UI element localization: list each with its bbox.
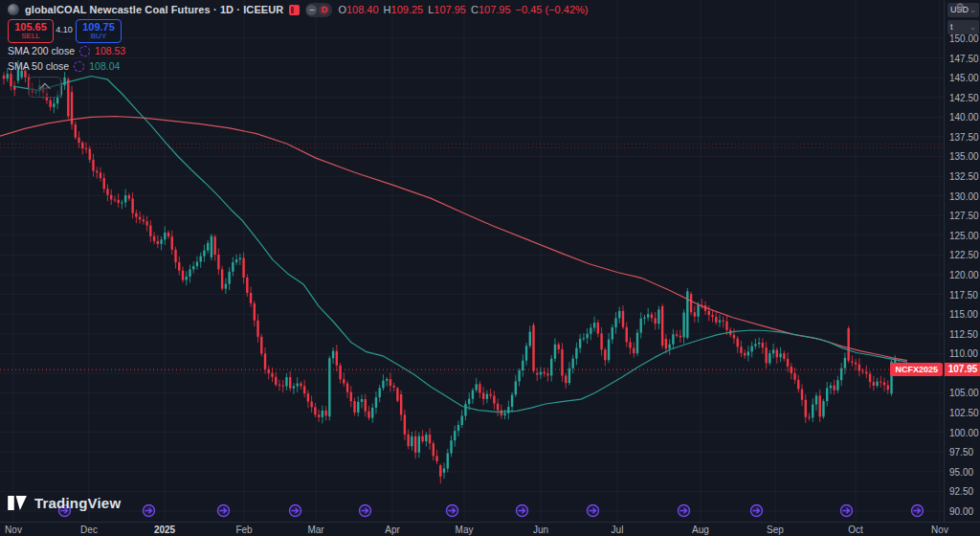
tradingview-chart-window: globalCOAL Newcastle Coal Futures · 1D ·…	[0, 0, 980, 536]
time-axis-year-label: 2025	[154, 525, 175, 535]
contract-price-flag: NCFX2025	[890, 363, 943, 376]
sell-label: SELL	[21, 33, 40, 40]
chart-legend-header: globalCOAL Newcastle Coal Futures · 1D ·…	[8, 3, 588, 16]
price-axis-label: 112.50	[949, 329, 978, 340]
price-axis-label: 100.00	[949, 428, 979, 438]
price-axis-label: 145.00	[949, 73, 979, 83]
time-axis-month-label: Mar	[307, 525, 323, 535]
price-axis-label: 150.00	[949, 34, 979, 44]
symbol-title[interactable]: globalCOAL Newcastle Coal Futures · 1D ·…	[25, 4, 283, 15]
replay-marker-icon[interactable]	[677, 503, 691, 518]
price-axis-label: 97.50	[949, 447, 973, 458]
ohlc-values: O108.40 H109.25 L107.95 C107.95 −0.45 (−…	[338, 4, 588, 15]
candlestick-series	[3, 60, 900, 483]
price-axis-label: 140.00	[949, 112, 979, 123]
time-axis[interactable]: NovDec2025FebMarAprMayJunJulAugSepOctNov	[0, 522, 980, 536]
spread-value: 4.10	[54, 25, 75, 34]
caret-down-icon: ⌄	[969, 3, 976, 17]
minus-icon: –	[306, 5, 317, 15]
symbol-logo-icon	[8, 4, 19, 15]
chevron-up-icon	[39, 83, 50, 94]
time-axis-month-label: Oct	[848, 525, 863, 535]
price-axis-label: 137.50	[949, 132, 979, 143]
price-axis-label: 110.00	[949, 348, 978, 359]
price-axis-label: 102.50	[949, 408, 979, 418]
time-axis-month-label: Feb	[235, 525, 252, 535]
buy-button[interactable]: 109.75 BUY	[76, 19, 122, 43]
close-value: 107.95	[479, 4, 511, 15]
time-axis-month-label: Dec	[80, 525, 98, 535]
low-value: 107.95	[434, 4, 466, 15]
price-axis-label: 105.00	[949, 388, 979, 398]
time-axis-month-label: May	[456, 525, 474, 535]
sell-button[interactable]: 105.65 SELL	[8, 19, 54, 43]
change-value: −0.45 (−0.42%)	[516, 4, 589, 15]
time-axis-month-label: Sep	[767, 525, 784, 535]
gear-icon[interactable]: ⚙	[955, 1, 965, 13]
price-axis-label: 120.00	[949, 270, 979, 280]
time-axis-month-label: Aug	[692, 525, 709, 535]
price-axis-label: 127.50	[949, 211, 979, 221]
buy-label: BUY	[91, 33, 106, 40]
replay-marker-icon[interactable]	[910, 503, 924, 518]
sma50-label: SMA 50 close	[8, 60, 69, 72]
loading-spinner-icon	[79, 46, 90, 56]
price-axis-label: 122.50	[949, 250, 979, 260]
price-axis-label: 130.00	[949, 191, 979, 202]
unit-toggle-button[interactable]: t ⌄	[947, 20, 979, 34]
caret-down-icon: ⌄	[969, 20, 976, 34]
replay-marker-icon[interactable]	[839, 503, 854, 518]
interval-pill[interactable]: – D	[305, 3, 332, 17]
unit-label: t	[950, 20, 953, 34]
high-label: H	[384, 4, 391, 15]
replay-marker-icon[interactable]	[288, 503, 302, 518]
time-axis-month-label: Apr	[385, 525, 400, 535]
sma-50-line[interactable]	[13, 77, 907, 413]
tradingview-logo-icon	[8, 496, 28, 510]
time-axis-month-label: Jul	[612, 525, 624, 535]
price-axis[interactable]: USD ⌄ t ⌄ 107.95 90.0092.5095.0097.50100…	[944, 0, 980, 522]
price-axis-label: 135.00	[949, 151, 979, 162]
price-axis-label: 95.00	[949, 467, 973, 478]
loading-spinner-icon	[74, 61, 84, 72]
price-axis-label: 115.00	[949, 309, 978, 320]
replay-marker-icon[interactable]	[586, 503, 600, 518]
sma200-value: 108.53	[95, 45, 125, 56]
replay-marker-icon[interactable]	[358, 503, 372, 518]
price-axis-label: 117.50	[949, 290, 978, 301]
price-axis-label: 90.00	[949, 506, 973, 517]
chart-canvas[interactable]	[0, 0, 944, 522]
replay-marker-icon[interactable]	[749, 503, 764, 518]
sma50-value: 108.04	[89, 60, 120, 72]
close-label: C	[471, 4, 479, 15]
high-value: 109.25	[391, 4, 424, 15]
replay-marker-icon[interactable]	[142, 503, 156, 518]
indicator-sma50[interactable]: SMA 50 close 108.04	[8, 60, 120, 72]
sma-200-line[interactable]	[0, 117, 907, 361]
time-axis-month-label: Nov	[931, 525, 948, 535]
replay-marker-icon[interactable]	[445, 503, 459, 518]
time-axis-month-label: Nov	[5, 525, 22, 535]
replay-marker-icon[interactable]	[216, 503, 231, 518]
price-axis-label: 142.50	[949, 93, 979, 103]
price-axis-label: 125.00	[949, 231, 979, 241]
exchange-logo-icon	[289, 5, 300, 15]
daily-interval-badge: D	[319, 5, 329, 15]
legend-collapse-button[interactable]	[29, 77, 61, 98]
brand-name: TradingView	[34, 495, 121, 511]
price-axis-label: 132.50	[949, 171, 979, 182]
price-axis-label: 92.50	[949, 486, 973, 497]
indicator-sma200[interactable]: SMA 200 close 108.53	[8, 45, 125, 56]
open-label: O	[338, 4, 346, 15]
last-price-axis-label: 107.95	[945, 363, 980, 376]
open-value: 108.40	[346, 4, 379, 15]
time-axis-month-label: Jun	[533, 525, 548, 535]
replay-marker-icon[interactable]	[515, 503, 529, 518]
price-axis-label: 147.50	[949, 54, 979, 64]
sma200-label: SMA 200 close	[8, 45, 75, 56]
tradingview-logo[interactable]: TradingView	[8, 495, 121, 511]
